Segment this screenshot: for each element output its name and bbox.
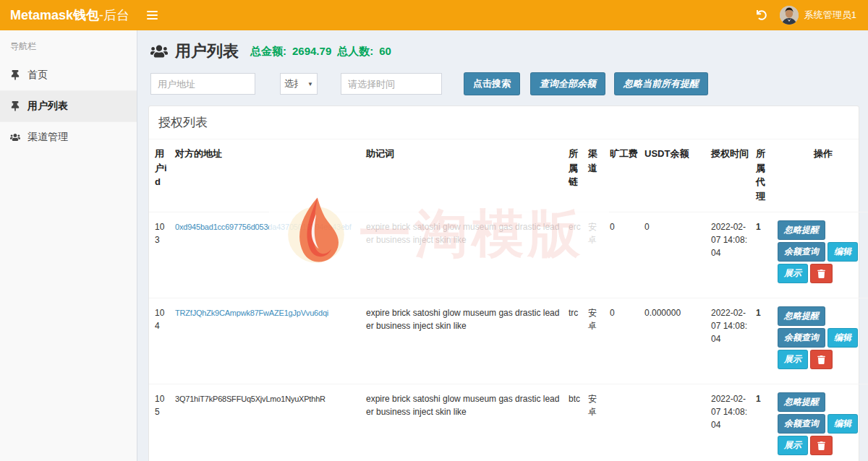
delete-button[interactable] [810, 350, 833, 369]
row-operations: 忽略提醒 余额查询 编辑 展示 [778, 220, 868, 283]
cell-chain: btc [566, 384, 585, 461]
trash-icon [817, 270, 825, 278]
col-agent: 所属代理 [753, 139, 775, 212]
refresh-icon[interactable] [755, 9, 768, 22]
pin-icon [10, 70, 20, 80]
ignore-alert-button[interactable]: 忽略提醒 [778, 392, 825, 412]
total-count-value: 60 [379, 45, 391, 57]
users-icon [10, 132, 20, 142]
time-picker-input[interactable] [341, 73, 442, 95]
cell-fee [607, 384, 642, 461]
app-logo-bold: Metamask钱包 [10, 8, 99, 22]
cell-chain: erc [566, 212, 585, 298]
ignore-alert-button[interactable]: 忽略提醒 [778, 220, 825, 240]
col-usdt: USDT余额 [642, 139, 708, 212]
col-chain: 所属链 [566, 139, 585, 212]
cell-channel: 安卓 [585, 212, 607, 298]
ignore-all-alerts-button[interactable]: 忽略当前所有提醒 [614, 72, 708, 95]
balance-query-button[interactable]: 余额查询 [778, 414, 825, 434]
cell-agent: 1 [753, 384, 775, 461]
sidebar-item-label: 首页 [27, 69, 48, 82]
cell-mnemonic: expire brick satoshi glow museum gas dra… [363, 384, 566, 461]
cell-channel: 安卓 [585, 384, 607, 461]
sidebar-section-label: 导航栏 [0, 30, 137, 60]
cell-mnemonic: expire brick satoshi glow museum gas dra… [363, 298, 566, 384]
app-logo[interactable]: Metamask钱包-后台 [0, 7, 137, 24]
edit-button[interactable]: 编辑 [827, 414, 858, 434]
col-channel: 渠道 [585, 139, 607, 212]
trash-icon [817, 356, 825, 364]
cell-fee: 0 [607, 212, 642, 298]
cell-address: 3Q71hiT7kP68SFFUq5XjvLmo1NyuXPthhR [175, 395, 326, 403]
page-stats: 总金额: 2694.79 总人数: 60 [250, 45, 391, 59]
table-row: 104 TRZfJQhZk9CAmpwk87FwAZE1gJpVvu6dqi e… [149, 298, 868, 384]
sidebar: 导航栏 首页 用户列表 渠道管理 [0, 30, 137, 461]
cell-auth-time: 2022-02-07 14:08:04 [708, 212, 753, 298]
user-address-input[interactable] [150, 73, 255, 95]
delete-button[interactable] [810, 436, 833, 455]
show-button[interactable]: 展示 [778, 350, 808, 369]
col-address: 对方的地址 [172, 139, 363, 212]
row-operations: 忽略提醒 余额查询 编辑 展示 [778, 306, 868, 369]
chain-select-value: 选择 [284, 77, 298, 90]
cell-fee: 0 [607, 298, 642, 384]
chevron-down-icon: ▼ [307, 81, 313, 87]
sidebar-item-label: 渠道管理 [27, 131, 68, 144]
balance-query-button[interactable]: 余额查询 [778, 328, 825, 348]
cell-user-id: 103 [149, 212, 172, 298]
table-header-row: 用户id 对方的地址 助记词 所属链 渠道 旷工费 USDT余额 授权时间 所属… [149, 139, 868, 212]
total-amount-value: 2694.79 [292, 45, 331, 57]
main-content: 用户列表 总金额: 2694.79 总人数: 60 选择 ▼ 点击搜索 查询全部… [137, 30, 868, 461]
edit-button[interactable]: 编辑 [827, 242, 858, 262]
cell-agent: 1 [753, 212, 775, 298]
cell-auth-time: 2022-02-07 14:08:04 [708, 384, 753, 461]
trash-icon [817, 441, 825, 450]
ignore-alert-button[interactable]: 忽略提醒 [778, 306, 825, 326]
cell-chain: trc [566, 298, 585, 384]
col-operations: 操作 [775, 139, 868, 212]
users-icon [150, 44, 168, 59]
admin-name: 系统管理员1 [804, 9, 856, 22]
cell-auth-time: 2022-02-07 14:08:04 [708, 298, 753, 384]
edit-button[interactable]: 编辑 [827, 328, 858, 348]
filter-row: 选择 ▼ 点击搜索 查询全部余额 忽略当前所有提醒 [137, 64, 868, 105]
sidebar-item-user-list[interactable]: 用户列表 [0, 90, 137, 121]
auth-list-title: 授权列表 [149, 106, 859, 139]
sidebar-toggle-icon[interactable] [137, 0, 166, 30]
balance-query-button[interactable]: 余额查询 [778, 242, 825, 262]
page-head: 用户列表 总金额: 2694.79 总人数: 60 [137, 30, 868, 64]
cell-mnemonic: expire brick satoshi glow museum gas dra… [363, 212, 566, 298]
cell-user-id: 104 [149, 298, 172, 384]
row-operations: 忽略提醒 余额查询 编辑 展示 [778, 392, 868, 455]
table-row: 103 0xd945bad1cc697756d053da43705019394e… [149, 212, 868, 298]
total-amount-label: 总金额: [250, 45, 286, 59]
auth-table: 用户id 对方的地址 助记词 所属链 渠道 旷工费 USDT余额 授权时间 所属… [149, 139, 868, 461]
query-all-balance-button[interactable]: 查询全部余额 [530, 72, 605, 95]
cell-usdt [642, 384, 708, 461]
cell-address: 0xd945bad1cc697756d053da43705019394ea43e… [175, 223, 352, 231]
sidebar-item-channel[interactable]: 渠道管理 [0, 121, 137, 152]
cell-channel: 安卓 [585, 298, 607, 384]
cell-agent: 1 [753, 298, 775, 384]
col-fee: 旷工费 [607, 139, 642, 212]
admin-menu[interactable]: 系统管理员1 [780, 6, 856, 25]
show-button[interactable]: 展示 [778, 264, 808, 283]
cell-usdt: 0 [642, 212, 708, 298]
chain-select[interactable]: 选择 ▼ [280, 73, 318, 95]
auth-list-card: 授权列表 用户id 对方的地址 助记词 所属链 渠道 旷工费 USDT余额 [148, 105, 859, 461]
pin-icon [10, 101, 20, 111]
col-mnemonic: 助记词 [363, 139, 566, 212]
topbar: Metamask钱包-后台 系统管理员1 [0, 0, 868, 30]
search-button[interactable]: 点击搜索 [464, 72, 520, 95]
app-frame: Metamask钱包-后台 系统管理员1 导航栏 首页 用户列表 [0, 0, 868, 461]
sidebar-item-home[interactable]: 首页 [0, 60, 137, 90]
page-title: 用户列表 [175, 40, 239, 62]
topbar-right: 系统管理员1 [755, 6, 868, 25]
delete-button[interactable] [810, 264, 833, 283]
col-user-id: 用户id [149, 139, 172, 212]
total-count-label: 总人数: [337, 45, 373, 59]
col-auth-time: 授权时间 [708, 139, 753, 212]
app-logo-suffix: -后台 [99, 8, 129, 22]
sidebar-item-label: 用户列表 [27, 100, 68, 113]
show-button[interactable]: 展示 [778, 436, 808, 455]
